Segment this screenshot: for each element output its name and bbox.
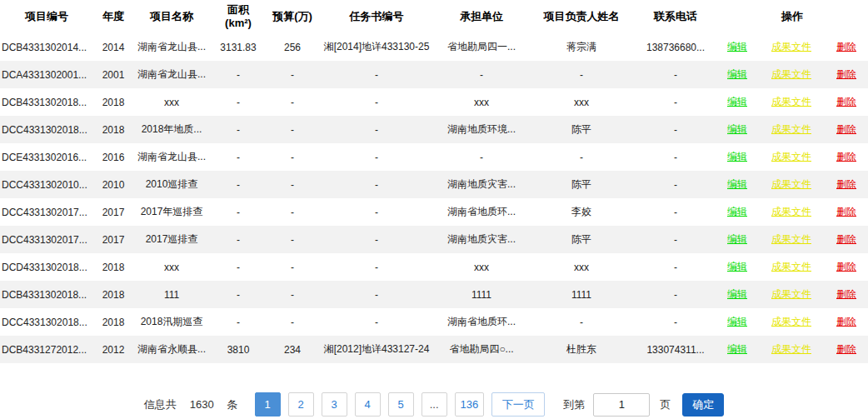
cell-budget: - <box>267 281 318 308</box>
cell-actions: 删除 <box>825 308 868 336</box>
cell-task-no: - <box>318 308 435 336</box>
cell-budget: - <box>267 308 318 336</box>
cell-unit: xxx <box>435 88 528 116</box>
edit-link[interactable]: 编辑 <box>727 178 747 190</box>
cell-project-name: 2018汛期巡查 <box>133 308 210 336</box>
cell-leader: 陈平 <box>528 171 635 198</box>
result-file-link[interactable]: 成果文件 <box>771 261 811 272</box>
delete-link[interactable]: 删除 <box>836 233 856 245</box>
result-file-link[interactable]: 成果文件 <box>771 206 811 217</box>
total-count: 1630 <box>190 398 214 411</box>
page-button-5[interactable]: 5 <box>388 392 414 417</box>
result-file-link[interactable]: 成果文件 <box>771 151 811 162</box>
cell-unit: 湖南地质灾害... <box>435 171 528 198</box>
cell-project-id: DCC4331302018... <box>0 116 93 143</box>
delete-link[interactable]: 删除 <box>836 68 856 80</box>
cell-actions: 成果文件 <box>758 198 825 226</box>
delete-link[interactable]: 删除 <box>836 343 856 355</box>
next-page-button[interactable]: 下一页 <box>491 392 545 417</box>
cell-project-name: xxx <box>133 88 210 116</box>
cell-unit: 湖南地质灾害... <box>435 226 528 253</box>
edit-link[interactable]: 编辑 <box>727 41 747 52</box>
cell-budget: - <box>267 61 318 88</box>
edit-link[interactable]: 编辑 <box>727 316 747 327</box>
cell-unit: 湖南地质环境... <box>435 116 528 143</box>
goto-page-input[interactable] <box>593 393 650 417</box>
cell-actions: 编辑 <box>716 116 758 143</box>
table-row: DCB4331302018...2018111---11111111-编辑成果文… <box>0 281 868 308</box>
cell-project-id: DCB4331302018... <box>0 88 93 116</box>
col-header-actions: 操作 <box>716 0 868 33</box>
cell-actions: 删除 <box>825 33 868 61</box>
cell-actions: 编辑 <box>716 171 758 198</box>
result-file-link[interactable]: 成果文件 <box>771 178 811 190</box>
delete-link[interactable]: 删除 <box>836 151 856 162</box>
edit-link[interactable]: 编辑 <box>727 233 747 245</box>
result-file-link[interactable]: 成果文件 <box>771 233 811 245</box>
page-button-2[interactable]: 2 <box>288 392 314 417</box>
col-header-leader: 项目负责人姓名 <box>528 0 635 33</box>
page-ellipsis-button[interactable]: ... <box>422 392 447 417</box>
cell-area: - <box>210 143 267 171</box>
cell-area: - <box>210 281 267 308</box>
delete-link[interactable]: 删除 <box>836 178 856 190</box>
table-row: DCD4331302018...2018xxx---xxxxxx-编辑成果文件删… <box>0 253 868 281</box>
edit-link[interactable]: 编辑 <box>727 288 747 300</box>
delete-link[interactable]: 删除 <box>836 206 856 217</box>
cell-leader: xxx <box>528 253 635 281</box>
goto-page-label: 到第 <box>563 397 585 412</box>
result-file-link[interactable]: 成果文件 <box>771 41 811 52</box>
cell-area: 3810 <box>210 336 267 363</box>
edit-link[interactable]: 编辑 <box>727 68 747 80</box>
cell-phone: - <box>635 253 716 281</box>
cell-task-no: - <box>318 171 435 198</box>
page-button-3[interactable]: 3 <box>322 392 347 417</box>
edit-link[interactable]: 编辑 <box>727 151 747 162</box>
edit-link[interactable]: 编辑 <box>727 343 747 355</box>
table-row: DCC4331302018...20182018汛期巡查---湖南省地质环...… <box>0 308 868 336</box>
table-row: DCC4331302017...20172017巡排查---湖南地质灾害...陈… <box>0 226 868 253</box>
table-row: DCB4331302018...2018xxx---xxxxxx-编辑成果文件删… <box>0 88 868 116</box>
delete-link[interactable]: 删除 <box>836 288 856 300</box>
cell-phone: 138736680... <box>635 33 716 61</box>
edit-link[interactable]: 编辑 <box>727 261 747 272</box>
cell-actions: 成果文件 <box>758 88 825 116</box>
cell-project-name: 湖南省永顺县... <box>133 336 210 363</box>
cell-year: 2017 <box>93 226 133 253</box>
cell-phone: - <box>635 226 716 253</box>
cell-budget: - <box>267 226 318 253</box>
result-file-link[interactable]: 成果文件 <box>771 123 811 135</box>
result-file-link[interactable]: 成果文件 <box>771 316 811 327</box>
result-file-link[interactable]: 成果文件 <box>771 68 811 80</box>
result-file-link[interactable]: 成果文件 <box>771 288 811 300</box>
cell-task-no: - <box>318 61 435 88</box>
page-button-1[interactable]: 1 <box>255 392 281 417</box>
edit-link[interactable]: 编辑 <box>727 206 747 217</box>
cell-phone: 133074311... <box>635 336 716 363</box>
delete-link[interactable]: 删除 <box>836 316 856 327</box>
page-button-4[interactable]: 4 <box>355 392 381 417</box>
cell-leader: 1111 <box>528 281 635 308</box>
edit-link[interactable]: 编辑 <box>727 96 747 107</box>
edit-link[interactable]: 编辑 <box>727 123 747 135</box>
page-button-136[interactable]: 136 <box>455 392 485 417</box>
cell-unit: 省地勘局四一... <box>435 33 528 61</box>
confirm-button[interactable]: 确定 <box>682 393 724 417</box>
delete-link[interactable]: 删除 <box>836 41 856 52</box>
cell-actions: 删除 <box>825 281 868 308</box>
result-file-link[interactable]: 成果文件 <box>771 96 811 107</box>
delete-link[interactable]: 删除 <box>836 261 856 272</box>
cell-actions: 编辑 <box>716 198 758 226</box>
table-header-row: 项目编号 年度 项目名称 面积 (km²) 预算(万) 任务书编号 承担单位 项… <box>0 0 868 33</box>
cell-actions: 成果文件 <box>758 253 825 281</box>
cell-phone: - <box>635 308 716 336</box>
cell-project-name: 2017巡排查 <box>133 226 210 253</box>
cell-budget: - <box>267 253 318 281</box>
cell-year: 2018 <box>93 253 133 281</box>
delete-link[interactable]: 删除 <box>836 123 856 135</box>
result-file-link[interactable]: 成果文件 <box>771 343 811 355</box>
delete-link[interactable]: 删除 <box>836 96 856 107</box>
col-header-budget: 预算(万) <box>267 0 318 33</box>
cell-year: 2010 <box>93 171 133 198</box>
cell-actions: 删除 <box>825 336 868 363</box>
